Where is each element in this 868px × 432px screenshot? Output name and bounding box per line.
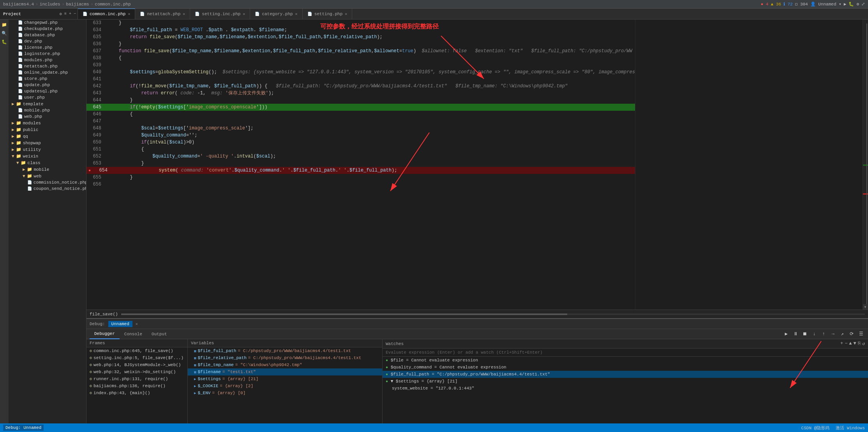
line-651: 651 { <box>86 146 635 153</box>
sidebar-item-qq[interactable]: ▶ 📁 qq <box>9 133 86 140</box>
ln-647: 647 <box>86 118 106 125</box>
sidebar-item-database[interactable]: 📄 database.php <box>9 32 86 38</box>
tab-category-php[interactable]: 📄 category.php ✕ <box>250 9 302 19</box>
debug-tab-debugger[interactable]: Debugger <box>90 329 120 339</box>
debug-step-over-btn[interactable]: → <box>829 331 837 338</box>
sidebar-item-mobile-folder[interactable]: ▶ 📁 mobile <box>9 166 86 173</box>
watch-refresh-btn[interactable]: ↺ <box>862 341 865 347</box>
var-settings[interactable]: ▶ $settings = {array} [21] <box>188 375 382 382</box>
sidebar-item-store[interactable]: 📄 store.php <box>9 76 86 82</box>
watch-down-btn[interactable]: ▼ <box>854 341 856 347</box>
sidebar-action1[interactable]: ⚙ <box>60 12 62 16</box>
frame-item-5[interactable]: ⊙ baijiacms.php:136, require() <box>86 382 187 390</box>
tab-setting-php[interactable]: 📄 setting.php ✕ <box>303 9 353 19</box>
folder-icon2: 📁 <box>16 154 21 159</box>
code-editor[interactable]: 可控参数，经过系统处理拼接得到完整路径 <box>86 19 868 310</box>
sidebar-item-mobile[interactable]: 📄 mobile.php <box>9 107 86 113</box>
sidebar-item-checkupdate[interactable]: 📄 checkupdate.php <box>9 26 86 32</box>
debug-tab-console[interactable]: Console <box>120 329 147 339</box>
sidebar-item-online-update[interactable]: 📄 online_update.php <box>9 69 86 76</box>
sidebar-action2[interactable]: ≡ <box>64 12 67 16</box>
var-env[interactable]: ▶ $_ENV = {array} [0] <box>188 390 382 397</box>
sidebar-item-user[interactable]: 📄 user.php <box>9 94 86 101</box>
sidebar-item-shopwap[interactable]: ▶ 📁 shopwap <box>9 140 86 146</box>
debug-settings-btn[interactable]: ☰ <box>857 331 865 338</box>
var-name: $_ENV <box>198 391 210 395</box>
lc-656 <box>106 181 635 188</box>
tab-common-inc-php[interactable]: 📄 common.inc.php ✕ <box>78 9 135 19</box>
sidebar-action3[interactable]: + <box>69 12 71 16</box>
sidebar-item-label: class <box>28 161 41 165</box>
debug-session-close[interactable]: ✕ <box>136 322 138 326</box>
sidebar-item-modules[interactable]: ▶ 📁 modules <box>9 120 86 126</box>
var-filename[interactable]: ▣ $filename = "test1.txt" <box>188 368 382 375</box>
var-file-relative-path[interactable]: ▣ $file_relative_path = C:/phpstudy_pro/… <box>188 354 382 361</box>
debug-reset-btn[interactable]: ⟳ <box>848 331 856 338</box>
watch-remove-btn[interactable]: − <box>845 341 847 347</box>
file-icon: 📄 <box>18 89 23 94</box>
run-icon[interactable]: ▶ <box>844 2 847 7</box>
debug-run-to-cursor-btn[interactable]: ↗ <box>838 331 846 338</box>
frames-panel: Frames ⊙ common.inc.php:645, file_save()… <box>86 339 188 423</box>
watch-up-btn[interactable]: ▲ <box>849 341 852 347</box>
sidebar-item-utility[interactable]: ▶ 📁 utility <box>9 146 86 153</box>
debug-icon[interactable]: 🐛 <box>849 2 854 7</box>
frame-item-6[interactable]: ⊙ index.php:43, {main}() <box>86 390 187 397</box>
tab-close-4[interactable]: ✕ <box>295 12 298 16</box>
tab-close-3[interactable]: ✕ <box>243 12 245 16</box>
sidebar-item-weixin[interactable]: ▼ 📁 weixin <box>9 153 86 159</box>
activity-files[interactable]: 📁 <box>1 21 8 28</box>
watch-copy-btn[interactable]: ⎘ <box>858 341 861 347</box>
debug-step-out-btn[interactable]: ↑ <box>820 331 827 338</box>
sidebar-item-public[interactable]: ▶ 📁 public <box>9 126 86 133</box>
sidebar-item-license[interactable]: 📄 license.php <box>9 44 86 51</box>
debug-pause-btn[interactable]: ⏸ <box>792 331 799 338</box>
activity-bar: 📁 🔍 🐛 <box>0 19 9 423</box>
activity-search[interactable]: 🔍 <box>1 30 8 37</box>
sidebar-item-web-folder[interactable]: ▼ 📁 web <box>9 173 86 179</box>
frame-item-2[interactable]: ⊙ web.php:14, BJSystemModule->_web() <box>86 361 187 368</box>
debug-step-into-btn[interactable]: ↓ <box>810 331 818 338</box>
tab-close-2[interactable]: ✕ <box>183 12 185 16</box>
sidebar-action4[interactable]: − <box>74 12 76 16</box>
tab-netattach-php[interactable]: 📄 netattach.php ✕ <box>135 9 190 19</box>
scroll-down-btn[interactable]: ▼ <box>863 304 868 310</box>
var-cookie[interactable]: ▶ $_COOKIE = {array} [2] <box>188 382 382 390</box>
activity-debug[interactable]: 🐛 <box>1 38 8 45</box>
frame-item-3[interactable]: ⊙ web.php:32, weixin->do_setting() <box>86 368 187 375</box>
sidebar-item-dev[interactable]: 📄 dev.php <box>9 38 86 44</box>
tab-close-5[interactable]: ✕ <box>345 12 347 16</box>
tab-close-1[interactable]: ✕ <box>128 12 130 16</box>
debug-stop-btn[interactable]: ⏹ <box>801 331 809 338</box>
line-634: 634 $file_full_path = WEB_ROOT .$path . … <box>86 27 635 34</box>
sidebar-item-netattach[interactable]: 📄 netattach.php <box>9 63 86 69</box>
settings-icon[interactable]: ⚙ <box>856 2 859 7</box>
scrollbar-thumb[interactable] <box>866 23 867 306</box>
sidebar-item-update[interactable]: 📄 update.php <box>9 82 86 88</box>
horizontal-scrollbar[interactable] <box>121 313 865 315</box>
sidebar-item-coupon-send-notice[interactable]: 📄 coupon_send_notice.php <box>9 186 86 192</box>
sidebar-item-modules[interactable]: 📄 modules.php <box>9 57 86 63</box>
frame-text: baijiacms.php:136, require() <box>94 384 166 388</box>
watch-add-btn[interactable]: + <box>840 341 843 347</box>
sidebar-item-updatesql[interactable]: 📄 updatesql.php <box>9 88 86 94</box>
frame-item-4[interactable]: ⊙ runner.inc.php:131, require() <box>86 375 187 382</box>
var-file-tmp-name[interactable]: ▣ $file_tmp_name = "C:\Windows\php9D42.t… <box>188 361 382 368</box>
expand-icon[interactable]: ⤢ <box>861 2 865 7</box>
frame-item-0[interactable]: ⊙ common.inc.php:645, file_save() <box>86 347 187 354</box>
frame-item-1[interactable]: ⊙ setting.inc.php:5, file_save($f...) <box>86 354 187 361</box>
sidebar-item-class[interactable]: ▼ 📁 class <box>9 159 86 166</box>
frame-icon: ⊙ <box>90 377 92 381</box>
tab-setting-inc-php[interactable]: 📄 setting.inc.php ✕ <box>190 9 250 19</box>
h-scrollbar-thumb[interactable] <box>121 313 568 315</box>
sidebar-item-web[interactable]: 📄 web.php <box>9 113 86 120</box>
sidebar-item-changepwd[interactable]: 📄 changepwd.php <box>9 19 86 26</box>
var-file-full-path[interactable]: ▣ $file_full_path = C:/phpstudy_pro/WWW/… <box>188 347 382 354</box>
debug-resume-btn[interactable]: ▶ <box>782 331 790 338</box>
debug-tab-output[interactable]: Output <box>147 329 172 339</box>
sidebar-item-commission-notice[interactable]: 📄 commission_notice.php <box>9 179 86 186</box>
right-scrollbar[interactable]: ▼ <box>863 19 868 310</box>
sidebar-item-template[interactable]: ▶ 📁 template <box>9 101 86 107</box>
sidebar-item-loginstore[interactable]: 📄 loginstore.php <box>9 51 86 57</box>
file-explorer-sidebar: 📄 changepwd.php 📄 checkupdate.php 📄 data… <box>9 19 86 423</box>
